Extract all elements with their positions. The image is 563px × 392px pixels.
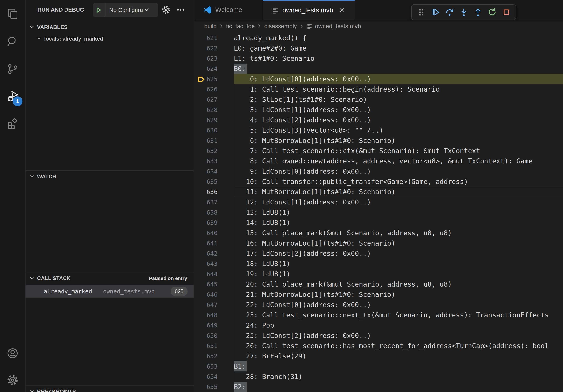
gutter-644[interactable]: 644: [194, 269, 234, 279]
sidebar-item-run-and-debug[interactable]: 1: [0, 83, 25, 109]
gutter-642[interactable]: 642: [194, 248, 234, 259]
watch-section-header[interactable]: WATCH: [26, 171, 193, 183]
start-debugging-button[interactable]: [93, 7, 104, 13]
gutter-643[interactable]: 643: [194, 259, 234, 269]
code-text[interactable]: 8: Call owned::new(address, address, vec…: [234, 156, 563, 166]
sidebar-item-source-control[interactable]: [0, 56, 25, 82]
debug-settings-button[interactable]: [161, 4, 172, 15]
code-text[interactable]: 23: Call test_scenario::next_tx(&mut Sce…: [234, 310, 563, 320]
code-text[interactable]: 16: MutBorrowLoc[1](ts#1#0: Scenario): [234, 238, 563, 248]
code-text[interactable]: 12: LdConst[1](address: 0x00..): [234, 197, 563, 207]
gutter-621[interactable]: 621: [194, 33, 234, 43]
settings-button[interactable]: [0, 367, 25, 392]
variables-section-header[interactable]: VARIABLES: [26, 21, 193, 33]
code-text[interactable]: B0:: [234, 64, 563, 74]
sidebar-item-extensions[interactable]: [0, 111, 25, 137]
toolbar-drag-handle[interactable]: [416, 8, 426, 17]
code-text[interactable]: 21: MutBorrowLoc[1](ts#1#0: Scenario): [234, 289, 563, 300]
continue-button[interactable]: [431, 8, 440, 17]
code-text[interactable]: 5: LdConst[3](vector<u8>: "" /..): [234, 125, 563, 135]
code-text[interactable]: 0: LdConst[0](address: 0x00..): [234, 74, 563, 84]
gutter-626[interactable]: 626: [194, 84, 234, 94]
code-text[interactable]: 13: LdU8(1): [234, 207, 563, 218]
gutter-649[interactable]: 649: [194, 320, 234, 330]
tab-owned-tests[interactable]: owned_tests.mvb: [263, 0, 355, 20]
gutter-655[interactable]: 655: [194, 382, 234, 392]
restart-button[interactable]: [487, 8, 497, 17]
gutter-646[interactable]: 646: [194, 289, 234, 300]
code-text[interactable]: 28: Branch(31): [234, 371, 563, 382]
code-text[interactable]: 22: LdConst[0](address: 0x00..): [234, 300, 563, 310]
code-text[interactable]: 9: LdConst[0](address: 0x00..): [234, 166, 563, 176]
more-actions-button[interactable]: [175, 4, 186, 15]
code-text[interactable]: 6: MutBorrowLoc[1](ts#1#0: Scenario): [234, 135, 563, 146]
code-text[interactable]: 17: LdConst[2](address: 0x00..): [234, 248, 563, 259]
gutter-622[interactable]: 622: [194, 43, 234, 53]
gutter-631[interactable]: 631: [194, 135, 234, 146]
code-text[interactable]: 27: BrFalse(29): [234, 351, 563, 361]
gutter-624[interactable]: 624: [194, 64, 234, 74]
code-text[interactable]: 24: Pop: [234, 320, 563, 330]
call-stack-section-header[interactable]: CALL STACK Paused on entry: [26, 272, 193, 284]
account-button[interactable]: [0, 340, 25, 366]
code-text[interactable]: B1:: [234, 361, 563, 371]
sidebar-item-search[interactable]: [0, 28, 25, 54]
call-stack-frame[interactable]: already_marked owned_tests.mvb 625: [26, 285, 193, 298]
launch-configuration-dropdown[interactable]: No Configura: [93, 3, 158, 17]
code-text[interactable]: 26: Call test_scenario::has_most_recent_…: [234, 341, 563, 351]
gutter-636[interactable]: 636: [194, 187, 234, 197]
breakpoints-section-header[interactable]: BREAKPOINTS: [26, 386, 193, 392]
step-into-button[interactable]: [459, 8, 469, 17]
code-text[interactable]: 2: StLoc[1](ts#1#0: Scenario): [234, 94, 563, 105]
gutter-650[interactable]: 650: [194, 330, 234, 341]
code-text[interactable]: 15: Call place_mark(&mut Scenario, addre…: [234, 228, 563, 238]
sidebar-item-explorer[interactable]: [0, 1, 25, 27]
gutter-634[interactable]: 634: [194, 166, 234, 176]
breadcrumb-item-file[interactable]: owned_tests.mvb: [315, 23, 361, 30]
close-icon[interactable]: [339, 7, 345, 13]
code-text[interactable]: 11: MutBorrowLoc[1](ts#1#0: Scenario): [234, 187, 563, 197]
gutter-648[interactable]: 648: [194, 310, 234, 320]
gutter-629[interactable]: 629: [194, 115, 234, 125]
gutter-652[interactable]: 652: [194, 351, 234, 361]
code-text[interactable]: 19: LdU8(1): [234, 269, 563, 279]
code-text[interactable]: L1: ts#1#0: Scenario: [234, 53, 563, 64]
breadcrumb-item-disassembly[interactable]: disassembly: [264, 23, 297, 30]
code-text[interactable]: 4: LdConst[2](address: 0x00..): [234, 115, 563, 125]
code-text[interactable]: 14: LdU8(1): [234, 218, 563, 228]
gutter-633[interactable]: 633: [194, 156, 234, 166]
code-text[interactable]: 3: LdConst[1](address: 0x00..): [234, 105, 563, 115]
code-text[interactable]: 25: LdConst[2](address: 0x00..): [234, 330, 563, 341]
breadcrumb-item-build[interactable]: build: [204, 23, 217, 30]
code-text[interactable]: 18: LdU8(1): [234, 259, 563, 269]
code-text[interactable]: 20: Call place_mark(&mut Scenario, addre…: [234, 279, 563, 289]
gutter-630[interactable]: 630: [194, 125, 234, 135]
gutter-635[interactable]: 635: [194, 176, 234, 187]
gutter-641[interactable]: 641: [194, 238, 234, 248]
code-text[interactable]: B2:: [234, 382, 563, 392]
code-text[interactable]: 10: Call transfer::public_transfer<Game>…: [234, 176, 563, 187]
tab-welcome[interactable]: Welcome: [194, 0, 263, 20]
gutter-654[interactable]: 654: [194, 371, 234, 382]
code-text[interactable]: L0: game#2#0: Game: [234, 43, 563, 53]
gutter-653[interactable]: 653: [194, 361, 234, 371]
gutter-645[interactable]: 645: [194, 279, 234, 289]
gutter-639[interactable]: 639: [194, 218, 234, 228]
gutter-638[interactable]: 638: [194, 207, 234, 218]
breadcrumb-item-tic-tac-toe[interactable]: tic_tac_toe: [226, 23, 255, 30]
gutter-647[interactable]: 647: [194, 300, 234, 310]
gutter-651[interactable]: 651: [194, 341, 234, 351]
variables-scope-locals[interactable]: locals: already_marked: [26, 33, 193, 45]
step-over-button[interactable]: [445, 8, 454, 17]
gutter-640[interactable]: 640: [194, 228, 234, 238]
stop-button[interactable]: [502, 8, 511, 17]
code-text[interactable]: already_marked() {: [234, 33, 563, 43]
gutter-623[interactable]: 623: [194, 53, 234, 64]
gutter-637[interactable]: 637: [194, 197, 234, 207]
code-text[interactable]: 7: Call test_scenario::ctx(&mut Scenario…: [234, 146, 563, 156]
gutter-627[interactable]: 627: [194, 94, 234, 105]
gutter-625[interactable]: 625: [194, 74, 234, 84]
step-out-button[interactable]: [473, 8, 483, 17]
code-text[interactable]: 1: Call test_scenario::begin(address): S…: [234, 84, 563, 94]
gutter-628[interactable]: 628: [194, 105, 234, 115]
